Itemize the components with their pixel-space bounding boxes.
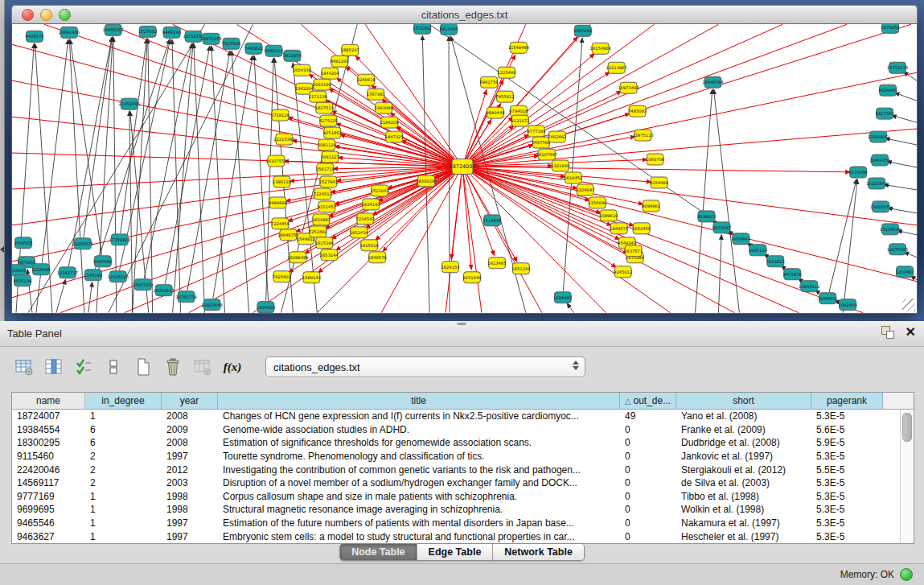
graph-node[interactable]: 1654339	[293, 64, 311, 76]
column-header-out-de-[interactable]: △out_de...	[620, 393, 676, 409]
table-cell[interactable]: Tourette syndrome. Phenomenology and cla…	[218, 451, 620, 462]
citation-edge-red[interactable]	[462, 72, 917, 167]
graph-node[interactable]: 7234542	[356, 213, 375, 225]
function-builder-icon[interactable]: f(x)	[223, 357, 242, 377]
graph-node[interactable]: 9154469	[650, 177, 668, 188]
table-cell[interactable]: 1997	[162, 451, 218, 462]
table-cell[interactable]: 2003	[162, 477, 218, 488]
graph-node[interactable]: 8215958	[849, 167, 868, 178]
table-cell[interactable]: 9777169	[12, 491, 85, 502]
graph-node[interactable]: 1060708	[646, 154, 664, 165]
graph-node[interactable]: 1099610	[599, 210, 618, 221]
graph-node[interactable]: 20206576	[72, 238, 93, 249]
graph-node[interactable]: 12505125	[108, 271, 129, 282]
resize-grip[interactable]	[902, 299, 915, 311]
graph-node[interactable]: 16210643	[866, 178, 887, 189]
graph-node[interactable]: 1634197	[362, 199, 380, 210]
table-cell[interactable]: 18300295	[12, 437, 85, 448]
float-window-icon[interactable]	[881, 326, 894, 339]
graph-node[interactable]: 11675305	[887, 244, 908, 255]
table-row[interactable]: 1872400712008Changes of HCN gene express…	[12, 410, 914, 423]
graph-node[interactable]: 8938923	[697, 211, 716, 222]
citation-edge-black[interactable]	[211, 46, 225, 312]
graph-node[interactable]: 1637571	[624, 245, 643, 257]
graph-node[interactable]: 1154690	[588, 197, 606, 208]
graph-node[interactable]: 15751074	[887, 62, 909, 73]
table-cell[interactable]: 6	[85, 437, 162, 448]
table-cell[interactable]: 9463627	[12, 531, 85, 542]
citation-edge-black[interactable]	[885, 138, 917, 145]
graph-node[interactable]: 15692971	[870, 201, 891, 212]
graph-node[interactable]: 2204697	[576, 184, 594, 196]
tab-network-table[interactable]: Network Table	[493, 544, 584, 560]
citation-edge-black[interactable]	[148, 39, 153, 312]
table-cell[interactable]: Genome-wide association studies in ADHD.	[218, 424, 620, 435]
graph-node[interactable]: 1616452	[564, 172, 582, 183]
citation-edge-red[interactable]	[317, 167, 462, 313]
table-cell[interactable]: 2009	[162, 424, 218, 435]
graph-node[interactable]: 2063190	[313, 79, 331, 90]
citation-edge-black[interactable]	[695, 89, 712, 313]
graph-node[interactable]: 12444159	[869, 154, 890, 166]
graph-node[interactable]: 12923448	[201, 299, 222, 311]
table-cell[interactable]: 1	[85, 491, 162, 502]
graph-node[interactable]: 7955812	[495, 91, 514, 102]
import-table-icon[interactable]	[193, 357, 212, 377]
select-rows-icon[interactable]	[74, 357, 93, 377]
graph-node[interactable]: 1145190	[84, 270, 102, 281]
table-cell[interactable]: Corpus callosum shape and size in male p…	[218, 491, 620, 502]
citation-edge-black[interactable]	[892, 116, 917, 123]
graph-node[interactable]: 1885247	[341, 44, 359, 56]
table-cell[interactable]: 0	[620, 491, 676, 502]
graph-node[interactable]: 1572302	[413, 24, 432, 34]
table-cell[interactable]: Estimation of the future numbers of pati…	[218, 517, 620, 529]
table-row[interactable]: 977716911998Corpus callosum shape and si…	[12, 490, 914, 504]
column-header-name[interactable]: name	[12, 393, 85, 409]
table-cell[interactable]: 9465546	[12, 517, 85, 529]
tab-edge-table[interactable]: Edge Table	[417, 544, 494, 560]
citation-edge-black[interactable]	[165, 46, 210, 284]
table-cell[interactable]: Investigating the contribution of common…	[218, 464, 620, 476]
graph-node[interactable]: 1876052	[881, 24, 900, 33]
collapse-panel-icon[interactable]	[0, 246, 4, 253]
table-cell[interactable]: 5.3E-5	[811, 491, 883, 502]
table-selector-dropdown[interactable]: citations_edges.txt	[265, 356, 585, 377]
table-cell[interactable]: 1997	[162, 517, 218, 529]
table-cell[interactable]: 0	[620, 437, 676, 448]
table-cell[interactable]: Hescheler et al. (1997)	[676, 531, 811, 542]
graph-node[interactable]: 16107487	[536, 149, 557, 160]
graph-node[interactable]: 16046756	[277, 229, 298, 241]
citation-network-graph[interactable]: 9405571206914061065528715276029466160107…	[12, 24, 917, 313]
graph-node[interactable]: 9990448	[486, 107, 504, 118]
column-header-short[interactable]: short	[676, 393, 811, 409]
graph-node[interactable]: 2164209	[380, 117, 399, 128]
close-window-button[interactable]	[22, 9, 34, 21]
tab-node-table[interactable]: Node Table	[340, 544, 417, 560]
select-columns-icon[interactable]	[44, 357, 64, 377]
graph-node[interactable]: 16782739	[175, 291, 196, 303]
graph-node[interactable]: 16107553	[265, 155, 286, 167]
table-cell[interactable]: 0	[620, 451, 676, 462]
table-cell[interactable]: 1998	[162, 504, 218, 515]
graph-node[interactable]: 16648784	[702, 76, 724, 88]
graph-node[interactable]: 7462662	[548, 131, 566, 142]
graph-node[interactable]: 16099489	[287, 252, 308, 263]
graph-node[interactable]: 6873197	[713, 222, 731, 233]
graph-node[interactable]: 2081124	[318, 139, 337, 150]
graph-node[interactable]: 1615384	[315, 237, 335, 249]
table-cell[interactable]: 19384554	[12, 424, 85, 435]
graph-node[interactable]: 1613485	[487, 257, 506, 269]
citation-edge-red[interactable]	[462, 168, 471, 270]
graph-node[interactable]: 1615316	[360, 240, 379, 251]
graph-node[interactable]: 1827513	[315, 102, 334, 113]
scrollbar-thumb[interactable]	[902, 413, 912, 442]
table-cell[interactable]: Dudbridge et al. (2008)	[676, 437, 811, 448]
graph-node[interactable]: 7224511	[314, 188, 332, 200]
table-row[interactable]: 969969511998Structural magnetic resonanc…	[12, 503, 914, 517]
graph-node[interactable]: 1847325	[385, 131, 404, 142]
citation-edge-red[interactable]	[462, 167, 917, 282]
graph-node[interactable]: 7515526	[222, 38, 240, 49]
table-row[interactable]: 2242004622012Investigating the contribut…	[12, 463, 914, 476]
citation-edge-red[interactable]	[464, 54, 595, 166]
graph-node[interactable]: 1514845	[483, 215, 501, 226]
